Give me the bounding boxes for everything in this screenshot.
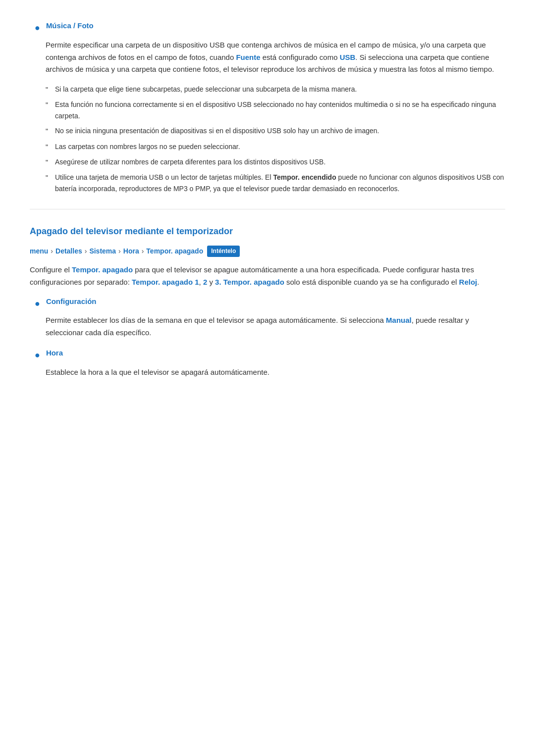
sub-bullet-mark-5: ": [46, 157, 48, 168]
breadcrumb-sistema[interactable]: Sistema: [89, 246, 116, 256]
apagado-section: Apagado del televisor mediante el tempor…: [30, 224, 505, 378]
musica-foto-paragraph: Permite especificar una carpeta de un di…: [46, 39, 505, 76]
bullet-dot-configuracion: ●: [35, 297, 40, 311]
slash-separator: /: [73, 21, 77, 30]
configuracion-content: Permite establecer los días de la semana…: [30, 314, 505, 339]
breadcrumb: menu › Detalles › Sistema › Hora › Tempo…: [30, 246, 505, 257]
sub-bullet-text-1: Si la carpeta que elige tiene subcarpeta…: [55, 84, 357, 95]
reloj-bold: Reloj: [459, 278, 478, 286]
sub-bullet-mark-1: ": [46, 84, 48, 95]
sub-bullet-text-6: Utilice una tarjeta de memoria USB o un …: [55, 172, 505, 194]
musica-link[interactable]: Música: [46, 21, 71, 30]
sub-bullet-5: " Asegúrese de utilizar nombres de carpe…: [46, 156, 505, 168]
try-it-badge[interactable]: Inténtelo: [207, 246, 240, 257]
tempor-encendido-bold: Tempor. encendido: [273, 173, 336, 181]
sub-bullet-list: " Si la carpeta que elige tiene subcarpe…: [46, 84, 505, 194]
fuente-link: Fuente: [236, 53, 260, 61]
breadcrumb-sep-3: ›: [118, 246, 121, 256]
section-divider: [30, 209, 505, 209]
hora-paragraph: Establece la hora a la que el televisor …: [46, 366, 505, 379]
breadcrumb-sep-1: ›: [51, 246, 53, 256]
sub-bullet-text-3: No se inicia ninguna presentación de dia…: [55, 125, 379, 136]
sub-bullet-2: " Esta función no funciona correctamente…: [46, 99, 505, 121]
sub-bullet-1: " Si la carpeta que elige tiene subcarpe…: [46, 84, 505, 95]
bullet-dot-musica: ●: [35, 21, 40, 35]
sub-bullet-mark-6: ": [46, 172, 48, 183]
sub-bullet-text-2: Esta función no funciona correctamente s…: [55, 99, 505, 121]
sub-bullet-mark-4: ": [46, 142, 48, 152]
sub-bullet-3: " No se inicia ninguna presentación de d…: [46, 125, 505, 137]
hora-content: Establece la hora a la que el televisor …: [30, 366, 505, 379]
hora-bullet: ● Hora: [30, 347, 505, 362]
usb-link: USB: [340, 53, 356, 61]
sub-bullet-text-5: Asegúrese de utilizar nombres de carpeta…: [55, 156, 325, 167]
musica-foto-label: Música / Foto: [46, 20, 94, 32]
sub-bullet-mark-2: ": [46, 100, 48, 110]
breadcrumb-hora[interactable]: Hora: [123, 246, 139, 256]
tempor-apagado-1-bold: Tempor. apagado 1: [132, 278, 199, 286]
manual-bold: Manual: [386, 316, 412, 324]
musica-foto-section: ● Música / Foto Permite especificar una …: [30, 20, 505, 194]
configuracion-paragraph: Permite establecer los días de la semana…: [46, 314, 505, 339]
breadcrumb-sep-2: ›: [85, 246, 87, 256]
configuracion-bullet: ● Configuración: [30, 296, 505, 311]
sub-bullet-4: " Las carpetas con nombres largos no se …: [46, 141, 505, 152]
breadcrumb-tempor-apagado[interactable]: Tempor. apagado: [146, 246, 203, 256]
musica-foto-content: Permite especificar una carpeta de un di…: [30, 39, 505, 76]
hora-label: Hora: [46, 347, 63, 359]
breadcrumb-sep-4: ›: [142, 246, 144, 256]
foto-link[interactable]: Foto: [77, 21, 93, 30]
bullet-dot-hora: ●: [35, 348, 40, 362]
sub-bullet-mark-3: ": [46, 126, 48, 137]
configuracion-label: Configuración: [46, 296, 97, 307]
tempor-apagado-2-bold: 2: [203, 278, 207, 286]
breadcrumb-menu[interactable]: menu: [30, 246, 48, 256]
tempor-apagado-3-bold: 3. Tempor. apagado: [215, 278, 284, 286]
breadcrumb-detalles[interactable]: Detalles: [55, 246, 82, 256]
tempor-apagado-bold: Tempor. apagado: [72, 265, 133, 274]
musica-foto-bullet: ● Música / Foto: [30, 20, 505, 35]
apagado-heading: Apagado del televisor mediante el tempor…: [30, 224, 505, 239]
apagado-body-paragraph: Configure el Tempor. apagado para que el…: [30, 264, 505, 289]
sub-bullet-text-4: Las carpetas con nombres largos no se pu…: [55, 141, 240, 152]
sub-bullet-6: " Utilice una tarjeta de memoria USB o u…: [46, 172, 505, 194]
